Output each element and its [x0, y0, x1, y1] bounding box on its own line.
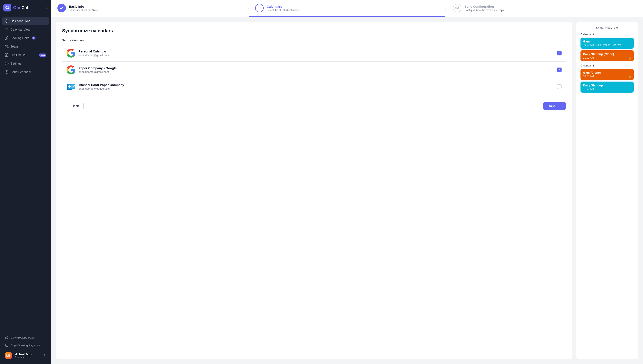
step-3-subtitle: Configure how the events are copied — [464, 9, 506, 12]
main-content: Basic Info Basic info about the Sync › 0… — [51, 0, 643, 364]
page-title: Synchronize calendars — [62, 28, 566, 34]
preview-event-gym-clone: Gym (Clone) 10:00 AM 🔒 — [580, 69, 634, 80]
copy-booking-label: Copy Booking Page link — [11, 344, 40, 347]
sidebar-item-settings[interactable]: Settings — [2, 60, 49, 68]
stepper: Basic Info Basic info about the Sync › 0… — [51, 0, 643, 17]
calendar-info-paper: Paper Company - Google onecaldemo@gmail.… — [78, 66, 554, 74]
sidebar-item-label: Settings — [11, 62, 22, 65]
user-info: Michael Scott Premium — [15, 353, 41, 358]
copy-icon: ⧉ — [629, 88, 631, 91]
preview-event-daily-standup-clone: Daily Standup (Clone) 11:00 AM 🔒 — [580, 50, 634, 61]
gift-icon — [5, 53, 9, 57]
outlook-icon — [67, 82, 76, 91]
calendar-email: onecaldemo@outlook.com — [78, 87, 554, 90]
user-menu-button[interactable]: ⋮ — [43, 354, 46, 358]
step-calendars[interactable]: 02 Calendars Select the affected calenda… — [249, 0, 445, 17]
step-divider-1: › — [248, 0, 249, 17]
user-name: Michael Scott — [15, 353, 41, 356]
step-divider-2: › — [445, 0, 447, 17]
collapse-button[interactable]: ‹‹ — [46, 6, 48, 9]
card-actions: ← Back Next → — [62, 102, 566, 110]
sidebar-item-label: Send Feedback — [11, 70, 32, 74]
sidebar-item-gift-onecal[interactable]: Gift OneCal New — [2, 51, 49, 59]
lock-icon: 🔒 — [628, 75, 631, 78]
sidebar-item-label: Gift OneCal — [11, 53, 26, 57]
calendar-icon — [5, 28, 9, 32]
user-plan: Premium — [15, 356, 41, 358]
sidebar-bottom: View Booking Page Copy Booking Page link… — [0, 331, 51, 364]
calendar-checkbox-personal[interactable] — [557, 51, 562, 56]
svg-line-11 — [6, 336, 8, 338]
calendar-name: Paper Company - Google — [78, 66, 554, 70]
calendar-info-outlook: Michael Scott Paper Company onecaldemo@o… — [78, 83, 554, 90]
calendar-row-outlook[interactable]: Michael Scott Paper Company onecaldemo@o… — [62, 78, 566, 95]
calendar-name: Michael Scott Paper Company — [78, 83, 554, 87]
step-1-title: Basic Info — [69, 5, 98, 8]
calendar-row-paper-google[interactable]: Paper Company - Google onecaldemo@gmail.… — [62, 62, 566, 78]
logo-text: OneCal — [13, 5, 28, 10]
calendar-info-personal: Personal Calendar onecaldemo@gmail.com — [78, 50, 554, 57]
sync-preview-card: SYNC PREVIEW Calendar A Gym 10:00 AM · F… — [576, 22, 638, 359]
step-3-circle: 03 — [453, 4, 461, 12]
team-icon — [5, 44, 9, 48]
calendar-b-label: Calendar B — [580, 64, 634, 67]
view-booking-label: View Booking Page — [11, 336, 35, 339]
preview-event-daily-standup: Daily Standup 11:00 AM ⧉ — [580, 82, 634, 92]
page-body: Synchronize calendars Sync calendars — [51, 17, 643, 364]
sidebar-item-booking-links[interactable]: Booking Links 1 › — [2, 34, 49, 42]
step-2-title: Calendars — [267, 5, 300, 8]
sidebar-item-label: Calendar View — [11, 28, 30, 31]
step-3-info: Sync Configuration Configure how the eve… — [464, 5, 506, 12]
calendar-checkbox-outlook[interactable] — [557, 84, 562, 89]
step-basic-info[interactable]: Basic Info Basic info about the Sync — [51, 0, 248, 17]
svg-point-4 — [6, 45, 7, 46]
sync-icon — [5, 19, 9, 23]
sidebar-item-team[interactable]: Team — [2, 42, 49, 50]
sidebar-item-label: Team — [11, 45, 18, 48]
new-badge: New — [39, 54, 46, 57]
calendar-a-label: Calendar A — [580, 33, 634, 36]
step-1-subtitle: Basic info about the Sync — [69, 9, 98, 12]
svg-rect-0 — [5, 28, 8, 31]
next-arrow-icon: → — [557, 104, 560, 108]
sidebar-nav: Calendar Sync Calendar View Booking Link… — [0, 15, 51, 331]
event-title: Daily Standup (Clone) — [583, 52, 631, 56]
link-icon — [5, 36, 9, 40]
svg-point-15 — [69, 85, 71, 88]
logo-badge: 01 — [4, 4, 11, 12]
preview-title: SYNC PREVIEW — [580, 26, 634, 29]
google-icon-paper — [67, 66, 76, 74]
calendar-email: onecaldemo@gmail.com — [78, 70, 554, 74]
sidebar-item-send-feedback[interactable]: Send Feedback — [2, 68, 49, 76]
chevron-right-icon: › — [46, 36, 46, 40]
logo-area: 01 OneCal ‹‹ — [0, 0, 51, 15]
back-button[interactable]: ← Back — [62, 102, 84, 110]
section-label: Sync calendars — [62, 39, 566, 42]
sidebar-item-label: Booking Links — [11, 36, 29, 40]
event-title: Gym (Clone) — [583, 71, 631, 74]
feedback-icon — [5, 70, 9, 74]
step-sync-config[interactable]: 03 Sync Configuration Configure how the … — [447, 0, 643, 17]
google-icon-personal — [67, 49, 76, 58]
sidebar-item-calendar-sync[interactable]: Calendar Sync — [2, 17, 49, 25]
sidebar: 01 OneCal ‹‹ Calendar Sync Calendar View… — [0, 0, 51, 364]
step-2-subtitle: Select the affected calendars — [267, 9, 300, 12]
copy-icon — [5, 343, 9, 347]
avatar: MS — [5, 352, 12, 359]
step-1-info: Basic Info Basic info about the Sync — [69, 5, 98, 12]
main-card: Synchronize calendars Sync calendars — [56, 22, 572, 359]
event-time: 11:00 AM — [583, 88, 631, 90]
step-2-info: Calendars Select the affected calendars — [267, 5, 300, 12]
event-time: 11:00 AM — [583, 56, 631, 59]
calendar-row-personal[interactable]: Personal Calendar onecaldemo@gmail.com — [62, 45, 566, 62]
step-1-circle — [57, 4, 66, 12]
view-booking-page-link[interactable]: View Booking Page — [2, 334, 49, 341]
event-time: 10:00 AM — [583, 75, 631, 78]
booking-links-badge: 1 — [32, 36, 36, 40]
svg-rect-12 — [6, 345, 8, 346]
sidebar-item-calendar-view[interactable]: Calendar View — [2, 26, 49, 34]
next-button[interactable]: Next → — [543, 102, 566, 110]
copy-booking-link[interactable]: Copy Booking Page link — [2, 342, 49, 349]
calendar-checkbox-paper-google[interactable] — [557, 68, 562, 72]
step-2-circle: 02 — [255, 4, 264, 12]
